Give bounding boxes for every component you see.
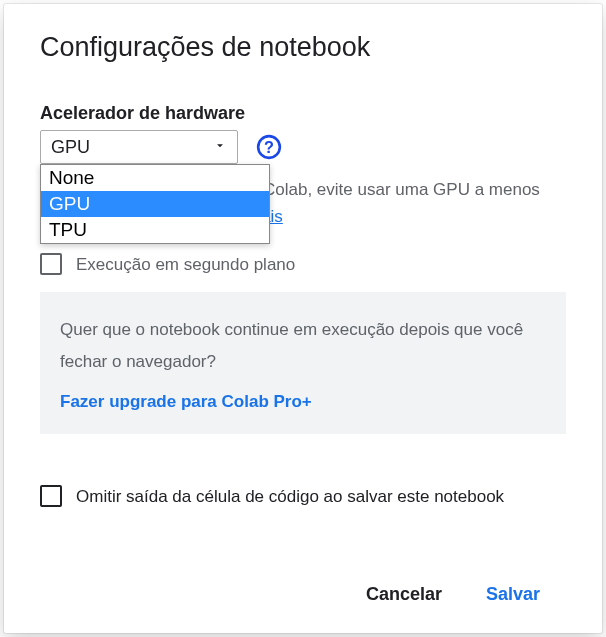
accelerator-dropdown: None GPU TPU xyxy=(40,164,270,244)
background-execution-checkbox[interactable] xyxy=(40,253,62,275)
accelerator-select-row: GPU None GPU TPU ? xyxy=(40,130,566,164)
chevron-down-icon xyxy=(213,137,227,158)
dialog-actions: Cancelar Salvar xyxy=(40,556,566,613)
background-execution-label: Execução em segundo plano xyxy=(76,252,295,278)
save-button[interactable]: Salvar xyxy=(482,576,544,613)
dialog-title: Configurações de notebook xyxy=(40,32,566,63)
cancel-button[interactable]: Cancelar xyxy=(362,576,446,613)
accelerator-option-none[interactable]: None xyxy=(41,165,269,191)
background-execution-row: Execução em segundo plano xyxy=(40,252,566,278)
upsell-text: Quer que o notebook continue em execução… xyxy=(60,314,546,379)
accelerator-section: Acelerador de hardware GPU None GPU TPU … xyxy=(40,103,566,230)
accelerator-label: Acelerador de hardware xyxy=(40,103,566,124)
notebook-settings-dialog: Configurações de notebook Acelerador de … xyxy=(4,4,602,633)
svg-text:?: ? xyxy=(264,138,274,156)
upgrade-link[interactable]: Fazer upgrade para Colab Pro+ xyxy=(60,392,546,412)
omit-output-checkbox[interactable] xyxy=(40,485,62,507)
accelerator-select[interactable]: GPU None GPU TPU xyxy=(40,130,238,164)
accelerator-option-tpu[interactable]: TPU xyxy=(41,217,269,243)
help-icon[interactable]: ? xyxy=(256,134,282,160)
omit-output-row: Omitir saída da célula de código ao salv… xyxy=(40,484,566,510)
accelerator-option-gpu[interactable]: GPU xyxy=(41,191,269,217)
omit-output-label: Omitir saída da célula de código ao salv… xyxy=(76,484,504,510)
accelerator-selected-value: GPU xyxy=(51,137,90,158)
upsell-box: Quer que o notebook continue em execução… xyxy=(40,292,566,435)
